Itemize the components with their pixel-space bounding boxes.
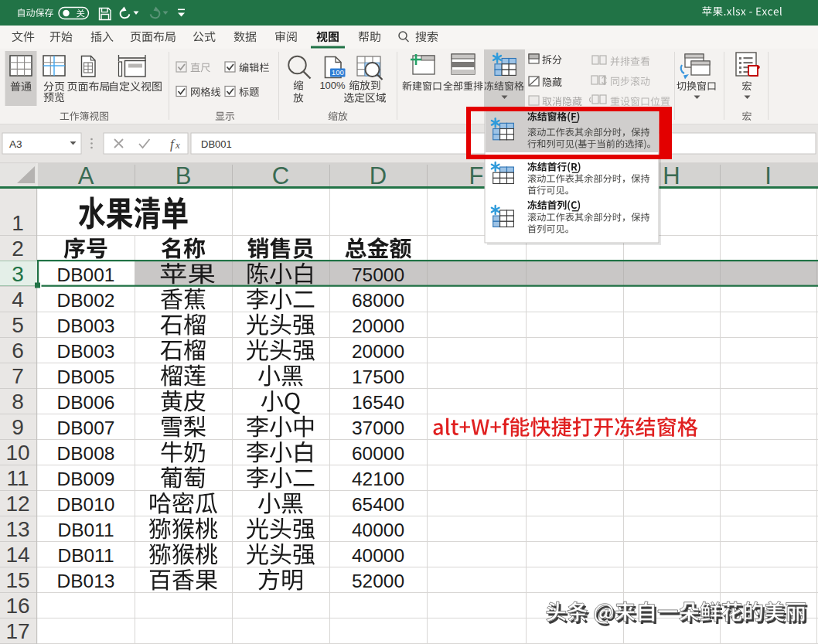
svg-text:100: 100: [332, 68, 344, 77]
svg-text:42100: 42100: [352, 469, 404, 489]
svg-text:DB011: DB011: [57, 520, 114, 540]
svg-text:100%: 100%: [319, 80, 346, 91]
svg-text:8: 8: [12, 390, 24, 414]
svg-text:B: B: [176, 162, 192, 189]
svg-text:16540: 16540: [352, 392, 404, 413]
svg-text:13: 13: [5, 517, 29, 541]
svg-text:D: D: [370, 162, 387, 189]
svg-text:A: A: [78, 162, 94, 189]
svg-text:DB001: DB001: [201, 138, 232, 150]
svg-text:14: 14: [5, 543, 29, 567]
svg-text:DB003: DB003: [57, 315, 115, 336]
svg-text:DB008: DB008: [57, 443, 115, 464]
svg-text:1: 1: [12, 211, 24, 235]
svg-text:75000: 75000: [352, 264, 404, 285]
svg-text:68000: 68000: [352, 290, 404, 311]
svg-text:DB011: DB011: [57, 545, 114, 566]
svg-text:H: H: [663, 162, 680, 189]
svg-text:DB009: DB009: [57, 469, 115, 489]
svg-text:2: 2: [12, 237, 24, 261]
svg-text:52000: 52000: [352, 571, 404, 591]
svg-text:17500: 17500: [352, 366, 404, 387]
svg-text:F: F: [469, 162, 484, 189]
svg-text:37000: 37000: [352, 417, 404, 438]
svg-text:20000: 20000: [352, 315, 404, 336]
svg-text:DB010: DB010: [57, 494, 115, 515]
svg-text:DB002: DB002: [57, 290, 115, 311]
svg-text:DB006: DB006: [57, 392, 115, 413]
svg-text:DB013: DB013: [57, 571, 115, 591]
svg-text:C: C: [272, 162, 289, 189]
svg-text:x: x: [175, 139, 180, 151]
svg-text:40000: 40000: [352, 545, 404, 566]
svg-text:40000: 40000: [352, 520, 404, 540]
svg-text:DB003: DB003: [57, 341, 115, 362]
svg-text:DB005: DB005: [57, 366, 115, 387]
svg-text:I: I: [765, 162, 772, 189]
svg-text:10: 10: [5, 441, 29, 465]
svg-text:15: 15: [5, 568, 29, 592]
svg-text:65400: 65400: [352, 494, 404, 515]
svg-text:6: 6: [12, 339, 24, 363]
svg-text:A3: A3: [9, 138, 22, 150]
svg-text:20000: 20000: [352, 341, 404, 362]
svg-text:11: 11: [6, 466, 29, 490]
svg-text:DB001: DB001: [57, 264, 115, 285]
svg-text:16: 16: [5, 594, 29, 618]
svg-text:12: 12: [5, 492, 29, 516]
svg-text:DB007: DB007: [57, 417, 115, 438]
svg-text:4: 4: [12, 288, 24, 312]
svg-text:60000: 60000: [352, 443, 404, 464]
svg-text:3: 3: [12, 262, 24, 286]
svg-text:17: 17: [5, 619, 29, 643]
svg-text:7: 7: [12, 364, 24, 388]
svg-text:9: 9: [12, 415, 24, 439]
svg-text:5: 5: [12, 313, 24, 337]
